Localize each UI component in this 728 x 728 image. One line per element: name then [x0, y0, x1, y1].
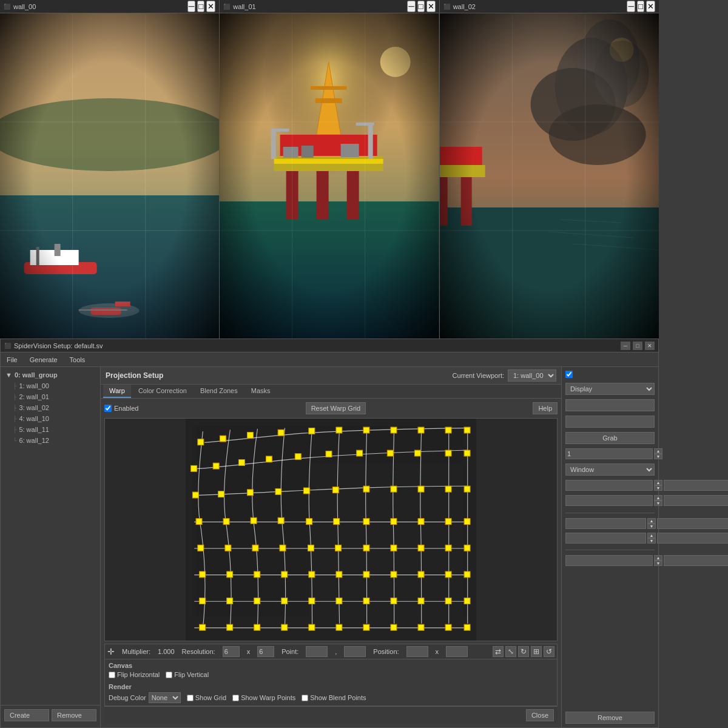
svg-rect-73 — [464, 624, 470, 630]
rp-width-input[interactable]: 400 — [565, 480, 653, 491]
resolution-y-input[interactable] — [257, 646, 274, 657]
viewport-title-bar-2: ⬛ wall_02 ─ □ ✕ — [440, 0, 659, 13]
rp-val7-down[interactable]: ▼ — [654, 561, 659, 566]
viewport-wall01[interactable]: ⬛ wall_01 ─ □ ✕ — [220, 0, 439, 339]
svg-rect-109 — [251, 517, 257, 524]
rp-width-down[interactable]: ▼ — [654, 485, 659, 491]
tree-collapse-icon: ▼ — [5, 371, 12, 379]
warp-grid-container[interactable] — [104, 418, 558, 641]
viewport-maximize-1[interactable]: □ — [417, 1, 425, 12]
svg-rect-113 — [363, 519, 369, 525]
rp-grab-button[interactable]: Grab — [565, 432, 655, 444]
rp-offsetx-up[interactable]: ▲ — [654, 495, 659, 500]
rp-val4[interactable]: 90.00 — [565, 533, 646, 544]
rp-window-select[interactable]: Window Fullscreen — [565, 463, 655, 476]
rp-val7[interactable]: 0.70 — [565, 555, 653, 566]
enabled-checkbox[interactable] — [104, 405, 112, 412]
tabs: Warp Color Correction Blend Zones Masks — [101, 385, 561, 399]
svg-rect-124 — [363, 486, 369, 492]
point-x-input[interactable] — [306, 646, 328, 657]
multiplier-label: Multiplier: — [122, 648, 150, 655]
right-panel: Display wall_00 Grab ▲ ▼ Window Fullscre… — [561, 367, 658, 659]
reset-warp-grid-button[interactable]: Reset Warp Grid — [306, 402, 366, 414]
rp-val1[interactable]: -0.70 — [565, 518, 646, 529]
warp-tool-2[interactable]: ⤡ — [505, 646, 516, 657]
tab-color-correction[interactable]: Color Correction — [132, 385, 193, 398]
warp-tool-4[interactable]: ⊞ — [531, 646, 542, 657]
projection-setup-panel: Projection Setup Current Viewport: 1: wa… — [101, 367, 561, 659]
rp-spinner-input[interactable] — [565, 448, 653, 459]
sv-close[interactable]: ✕ — [645, 342, 655, 350]
point-y-input[interactable] — [344, 646, 366, 657]
rp-width-up[interactable]: ▲ — [654, 480, 659, 485]
svg-rect-84 — [464, 598, 470, 604]
rp-offset-x-input[interactable]: 0 — [565, 495, 653, 506]
warp-tool-3[interactable]: ↻ — [518, 646, 529, 657]
tab-warp[interactable]: Warp — [103, 385, 131, 398]
rp-val1-up[interactable]: ▲ — [647, 518, 656, 524]
rp-offsetx-down[interactable]: ▼ — [654, 500, 659, 506]
viewport-minimize-1[interactable]: ─ — [407, 1, 415, 12]
svg-rect-85 — [200, 571, 206, 578]
viewport-maximize-0[interactable]: □ — [197, 1, 204, 12]
rp-color-bar — [565, 416, 655, 428]
rp-display-select[interactable]: Display — [565, 383, 655, 395]
current-viewport-select[interactable]: 1: wall_00 2: wall_01 3: wall_02 — [508, 369, 556, 382]
svg-rect-60 — [440, 13, 659, 339]
svg-rect-103 — [391, 545, 397, 551]
viewport-wall00[interactable]: ⬛ wall_00 ─ □ ✕ — [0, 0, 220, 339]
viewport-close-1[interactable]: ✕ — [426, 1, 436, 12]
sidebar-item-wall-11[interactable]: ├ 5: wall_11 — [1, 424, 100, 435]
tree-child-icon-1: ├ — [13, 383, 16, 389]
viewport-close-2[interactable]: ✕ — [646, 1, 655, 12]
svg-rect-129 — [191, 465, 197, 471]
svg-rect-66 — [281, 624, 288, 630]
sv-minimize[interactable]: ─ — [621, 342, 630, 350]
rp-val5[interactable]: 0.00 — [657, 533, 659, 544]
warp-tool-1[interactable]: ⇄ — [493, 646, 504, 657]
position-y-input[interactable] — [446, 646, 468, 657]
viewport-maximize-2[interactable]: □ — [637, 1, 644, 12]
svg-rect-101 — [335, 545, 342, 551]
sidebar-item-wall-02[interactable]: ├ 3: wall_02 — [1, 402, 100, 413]
sidebar-item-wall-10[interactable]: ├ 4: wall_10 — [1, 413, 100, 424]
menu-file[interactable]: File — [4, 355, 20, 365]
rp-offset-row: 0 ▲ ▼ 20 ▲ ▼ — [565, 495, 655, 506]
menu-generate[interactable]: Generate — [27, 355, 60, 365]
sidebar-item-wall-01[interactable]: ├ 2: wall_01 — [1, 391, 100, 402]
rp-val1-down[interactable]: ▼ — [647, 524, 656, 529]
resolution-x-input[interactable] — [223, 646, 240, 657]
svg-rect-96 — [198, 545, 204, 551]
rp-val4-down[interactable]: ▼ — [647, 538, 656, 544]
sidebar-item-wall-12[interactable]: └ 6: wall_12 — [1, 435, 100, 446]
sidebar-item-wall-group[interactable]: ▼ 0: wall_group — [1, 369, 100, 380]
menu-tools[interactable]: Tools — [67, 355, 88, 365]
tree-child-icon-2: ├ — [13, 394, 16, 400]
rp-val4-up[interactable]: ▲ — [647, 533, 656, 538]
svg-rect-144 — [309, 428, 315, 434]
sv-maximize[interactable]: □ — [633, 342, 642, 350]
svg-rect-65 — [254, 624, 260, 630]
svg-rect-89 — [309, 571, 315, 578]
rp-spinner-up[interactable]: ▲ — [654, 448, 659, 454]
rp-enable-checkbox[interactable] — [565, 371, 573, 378]
sidebar-item-wall-00[interactable]: ├ 1: wall_00 — [1, 380, 100, 391]
position-x-input[interactable] — [406, 646, 428, 657]
tree-child-icon-6: └ — [13, 437, 16, 443]
rp-divider-2 — [565, 550, 655, 550]
rp-val2[interactable]: 0.50 — [657, 518, 659, 529]
viewport-minimize-0[interactable]: ─ — [187, 1, 195, 12]
viewport-wall02[interactable]: ⬛ wall_02 ─ □ ✕ — [440, 0, 659, 339]
help-button[interactable]: Help — [533, 402, 558, 414]
rp-display-value[interactable]: wall_00 — [565, 399, 655, 411]
warp-tool-5[interactable]: ↺ — [544, 646, 554, 657]
viewport-close-0[interactable]: ✕ — [206, 1, 215, 12]
rp-val7-up[interactable]: ▲ — [654, 555, 659, 561]
viewport-minimize-2[interactable]: ─ — [627, 1, 635, 12]
svg-rect-135 — [357, 450, 363, 456]
viewport-app-icon-2: ⬛ — [443, 4, 450, 10]
tab-masks[interactable]: Masks — [245, 385, 277, 398]
rp-spinner-down[interactable]: ▼ — [654, 454, 659, 459]
tab-blend-zones[interactable]: Blend Zones — [194, 385, 244, 398]
svg-rect-71 — [418, 624, 424, 630]
